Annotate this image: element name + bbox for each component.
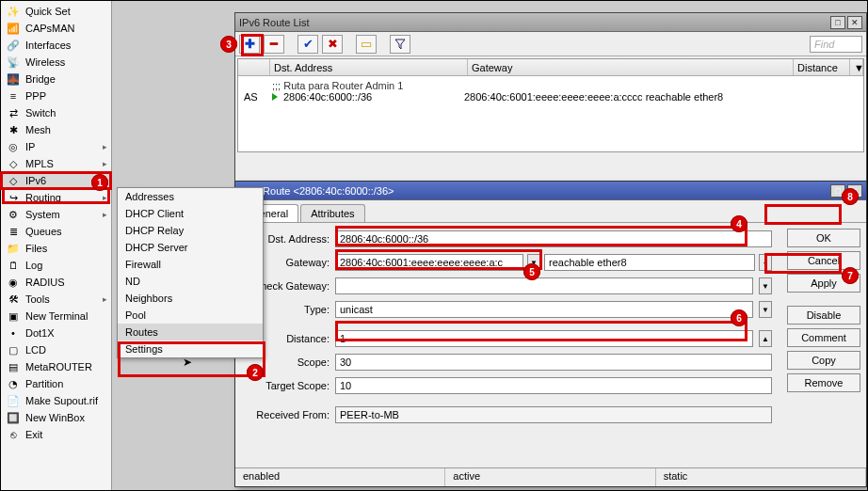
sidebar-item-mpls[interactable]: ◇MPLS▸	[1, 155, 111, 172]
sidebar-item-label: IP	[25, 141, 35, 152]
submenu-item-addresses[interactable]: Addresses	[118, 188, 263, 205]
submenu-item-neighbors[interactable]: Neighbors	[118, 290, 263, 307]
sidebar-item-new-winbox[interactable]: 🔲New WinBox	[1, 409, 111, 426]
type-input[interactable]	[335, 301, 753, 318]
col-dst[interactable]: Dst. Address	[270, 59, 468, 75]
nav-icon: 🔗	[7, 39, 20, 52]
dst-address-input[interactable]	[335, 230, 772, 247]
sidebar-item-label: Routing	[25, 192, 61, 203]
close-icon[interactable]: ✕	[847, 16, 862, 29]
target-scope-input[interactable]	[335, 377, 772, 394]
col-distance[interactable]: Distance	[794, 59, 850, 75]
status-enabled: enabled	[235, 468, 445, 486]
distance-input[interactable]	[335, 330, 753, 347]
disable-button[interactable]: ✖	[322, 35, 343, 54]
nav-icon: ◉	[7, 276, 20, 289]
sidebar-item-dot1x[interactable]: •Dot1X	[1, 325, 111, 341]
sidebar-item-capsman[interactable]: 📶CAPsMAN	[1, 20, 111, 37]
sidebar-item-label: Bridge	[25, 73, 56, 85]
sidebar-item-label: Quick Set	[25, 6, 71, 17]
badge-8: 8	[842, 188, 859, 205]
remove-button[interactable]: ━	[264, 35, 284, 54]
grid-header: Dst. Address Gateway Distance ▼	[238, 59, 863, 76]
tab-attributes[interactable]: Attributes	[300, 204, 364, 222]
sidebar-item-ip[interactable]: ◎IP▸	[1, 138, 111, 155]
nav-icon: ✱	[7, 123, 20, 136]
sidebar-item-make-supout.rif[interactable]: 📄Make Supout.rif	[1, 392, 111, 409]
nav-icon: ≣	[7, 225, 20, 238]
submenu-item-nd[interactable]: ND	[118, 273, 263, 290]
route-list-title: IPv6 Route List	[239, 17, 310, 28]
sidebar-item-log[interactable]: 🗒Log	[1, 257, 111, 274]
submenu-item-dhcp-server[interactable]: DHCP Server	[118, 239, 263, 256]
chevron-right-icon: ▸	[103, 159, 107, 168]
nav-icon: •	[7, 326, 20, 340]
nav-icon: ▣	[7, 309, 20, 323]
check-gateway-input[interactable]	[335, 277, 753, 294]
submenu-item-dhcp-client[interactable]: DHCP Client	[118, 205, 263, 222]
label-target-scope: Target Scope:	[245, 380, 330, 391]
sidebar-item-label: Make Supout.rif	[25, 395, 98, 406]
sidebar-item-bridge[interactable]: 🌉Bridge	[1, 71, 111, 87]
distance-up-icon[interactable]: ▲	[759, 330, 772, 347]
nav-icon: 📄	[7, 394, 20, 407]
sidebar-item-tools[interactable]: 🛠Tools▸	[1, 291, 111, 308]
comment-button[interactable]: Comment	[787, 328, 860, 347]
filter-button[interactable]	[390, 35, 410, 54]
disable-button[interactable]: Disable	[787, 306, 860, 325]
submenu-item-pool[interactable]: Pool	[118, 307, 263, 324]
maximize-icon[interactable]: □	[830, 16, 845, 29]
submenu-item-firewall[interactable]: Firewall	[118, 256, 263, 273]
received-from-input[interactable]	[335, 406, 772, 423]
submenu-item-dhcp-relay[interactable]: DHCP Relay	[118, 222, 263, 239]
table-row[interactable]: AS 2806:40c:6000::/36 2806:40c:6001:eeee…	[244, 91, 858, 103]
ok-button[interactable]: OK	[787, 229, 860, 247]
sidebar-item-wireless[interactable]: 📡Wireless	[1, 54, 111, 71]
remove-button[interactable]: Remove	[787, 373, 860, 392]
badge-4: 4	[731, 215, 747, 232]
sidebar-item-queues[interactable]: ≣Queues	[1, 223, 111, 240]
sidebar-item-routing[interactable]: ↪Routing▸	[1, 189, 111, 206]
col-menu[interactable]: ▼	[850, 59, 863, 75]
status-active: active	[445, 468, 655, 486]
find-input[interactable]: Find	[810, 36, 862, 53]
add-button[interactable]: ✚	[239, 35, 260, 54]
sidebar-item-ppp[interactable]: ≡PPP	[1, 87, 111, 104]
sidebar-item-files[interactable]: 📁Files	[1, 240, 111, 257]
col-gateway[interactable]: Gateway	[468, 59, 794, 75]
nav-icon: 🌉	[7, 72, 20, 86]
comment-button[interactable]: ▭	[356, 35, 377, 54]
sidebar-item-metarouter[interactable]: ▤MetaROUTER	[1, 358, 111, 375]
sidebar-item-exit[interactable]: ⎋Exit	[1, 426, 111, 443]
sidebar-item-interfaces[interactable]: 🔗Interfaces	[1, 37, 111, 54]
enable-button[interactable]: ✔	[297, 35, 318, 54]
nav-icon: 🛠	[7, 293, 20, 306]
gateway-input[interactable]	[335, 254, 523, 271]
badge-5: 5	[523, 263, 540, 280]
sidebar-item-quick-set[interactable]: ✨Quick Set	[1, 3, 111, 20]
check-gw-dropdown-icon[interactable]: ▼	[759, 277, 772, 294]
sidebar-item-lcd[interactable]: ▢LCD	[1, 341, 111, 358]
sidebar-item-new-terminal[interactable]: ▣New Terminal	[1, 308, 111, 325]
nav-icon: ◎	[7, 140, 20, 153]
route-dst: 2806:40c:6000::/36	[283, 91, 458, 103]
chevron-right-icon: ▸	[103, 193, 107, 202]
badge-7: 7	[842, 267, 859, 284]
sidebar-item-label: Mesh	[25, 124, 51, 135]
sidebar-item-label: Tools	[25, 293, 50, 305]
nav-icon: ⇄	[7, 106, 20, 119]
sidebar-item-radius[interactable]: ◉RADIUS	[1, 274, 111, 291]
sidebar-item-switch[interactable]: ⇄Switch	[1, 104, 111, 121]
copy-button[interactable]: Copy	[787, 351, 860, 370]
route-list-toolbar: ✚ ━ ✔ ✖ ▭ Find	[235, 32, 866, 56]
sidebar-item-partition[interactable]: ◔Partition	[1, 375, 111, 392]
scope-input[interactable]	[335, 354, 772, 371]
sidebar-item-label: Log	[25, 260, 42, 271]
gateway-spinner[interactable]: ♦	[759, 254, 772, 271]
sidebar-item-system[interactable]: ⚙System▸	[1, 206, 111, 223]
type-dropdown-icon[interactable]: ▼	[759, 301, 772, 318]
sidebar-item-mesh[interactable]: ✱Mesh	[1, 121, 111, 138]
nav-icon: ◇	[7, 157, 20, 170]
status-static: static	[656, 468, 866, 486]
submenu-item-routes[interactable]: Routes	[118, 324, 263, 341]
